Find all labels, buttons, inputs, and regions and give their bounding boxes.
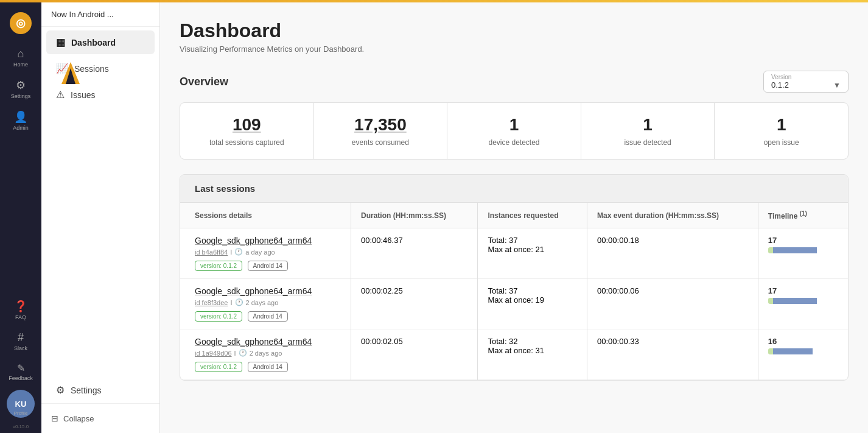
sidebar-bottom: ⊟ Collapse: [41, 403, 159, 433]
table-row: Google_sdk_gphone64_arm64 id fe8f3dee I …: [180, 279, 848, 329]
session-duration: 00:00:02.25: [351, 279, 477, 329]
stat-issues-number: 1: [596, 115, 700, 135]
session-timeline: 16: [758, 329, 848, 380]
top-bar: [0, 0, 868, 2]
profile-avatar-initials: KU: [15, 400, 27, 409]
sessions-table: Sessions details Duration (HH:mm:ss.SS) …: [180, 203, 848, 380]
sidebar-item-settings[interactable]: ⚙ Settings: [46, 378, 155, 402]
slack-label: Slack: [14, 345, 27, 351]
session-time: 2 days ago: [250, 350, 282, 357]
clock-icon: 🕐: [235, 298, 243, 306]
logo-icon: ◎: [16, 16, 26, 30]
session-duration: 00:00:46.37: [351, 228, 477, 279]
sidebar-issues-label: Issues: [71, 90, 95, 100]
session-time: a day ago: [245, 248, 275, 256]
col-timeline: Timeline (1): [758, 203, 848, 228]
faq-icon: ❓: [14, 300, 27, 313]
session-instances: Total: 32 Max at once: 31: [478, 329, 587, 380]
session-name[interactable]: Google_sdk_gphone64_arm64: [195, 286, 341, 296]
stat-events-label: events consumed: [329, 138, 433, 147]
page-title: Dashboard: [180, 19, 849, 42]
session-id[interactable]: id b4a6ff84: [195, 248, 228, 256]
home-label: Home: [13, 62, 28, 68]
settings-icon: ⚙: [16, 79, 26, 92]
stat-open-label: open issue: [729, 138, 833, 147]
dashboard-icon: ▦: [56, 37, 65, 48]
stat-devices-number: 1: [462, 115, 566, 135]
admin-label: Admin: [13, 125, 29, 131]
sessions-section-header: Last sessions: [180, 175, 848, 203]
collapse-button[interactable]: ⊟ Collapse: [46, 409, 155, 428]
stat-devices: 1 device detected: [447, 103, 581, 159]
stat-open-issues: 1 open issue: [715, 103, 848, 159]
arrow-indicator: [58, 62, 83, 86]
slack-icon: #: [18, 331, 24, 344]
home-icon: ⌂: [18, 48, 24, 60]
stat-open-number: 1: [729, 115, 833, 135]
session-meta: id fe8f3dee I 🕐 2 days ago: [195, 298, 341, 306]
session-id[interactable]: id fe8f3dee: [195, 299, 228, 306]
stat-issues-label: issue detected: [596, 138, 700, 147]
session-name[interactable]: Google_sdk_gphone64_arm64: [195, 337, 341, 347]
stat-events-number: 17,350: [329, 115, 433, 135]
version-badge: version: 0.1.2: [195, 362, 242, 372]
nav-item-profile[interactable]: KU Profile: [7, 390, 35, 418]
session-instances: Total: 37 Max at once: 19: [478, 279, 587, 329]
stat-sessions-label: total sessions captured: [195, 138, 299, 147]
sessions-section: Last sessions Sessions details Duration …: [180, 174, 849, 381]
version-label: v0.15.0: [13, 424, 29, 429]
main-content: Dashboard Visualizing Performance Metric…: [160, 2, 868, 433]
android-badge: Android 14: [248, 311, 288, 322]
android-badge: Android 14: [248, 362, 288, 372]
issues-icon: ⚠: [56, 89, 65, 100]
nav-item-settings[interactable]: ⚙ Settings: [4, 74, 38, 104]
col-sessions-details: Sessions details: [180, 203, 351, 228]
version-selector[interactable]: Version 0.1.2 ▼: [763, 71, 849, 93]
logo[interactable]: ◎: [10, 12, 32, 34]
version-selector-label: Version: [771, 74, 841, 80]
stat-issues: 1 issue detected: [581, 103, 715, 159]
session-max-event: 00:00:00.06: [587, 279, 758, 329]
col-duration: Duration (HH:mm:ss.SS): [351, 203, 477, 228]
session-timeline: 17: [758, 228, 848, 279]
col-instances: Instances requested: [478, 203, 587, 228]
page-subtitle: Visualizing Performance Metrics on your …: [180, 44, 849, 54]
col-max-event: Max event duration (HH:mm:ss.SS): [587, 203, 758, 228]
session-id[interactable]: id 1a949d06: [195, 350, 232, 357]
session-instances: Total: 37 Max at once: 21: [478, 228, 587, 279]
nav-item-admin[interactable]: 👤 Admin: [4, 105, 38, 136]
session-meta: id b4a6ff84 I 🕐 a day ago: [195, 248, 341, 256]
nav-item-home[interactable]: ⌂ Home: [4, 43, 38, 72]
sidebar-dashboard-label: Dashboard: [71, 38, 116, 48]
stat-sessions-number: 109: [195, 115, 299, 135]
overview-title: Overview: [180, 76, 228, 88]
session-max-event: 00:00:00.33: [587, 329, 758, 380]
stat-devices-label: device detected: [462, 138, 566, 147]
table-row: Google_sdk_gphone64_arm64 id b4a6ff84 I …: [180, 228, 848, 279]
stat-events: 17,350 events consumed: [314, 103, 448, 159]
version-badge: version: 0.1.2: [195, 311, 242, 322]
version-selector-value: 0.1.2: [771, 80, 789, 90]
sidebar-item-dashboard[interactable]: ▦ Dashboard: [46, 30, 155, 54]
session-timeline: 17: [758, 279, 848, 329]
icon-sidebar: ◎ ⌂ Home ⚙ Settings 👤 Admin ❓ FAQ # Slac…: [0, 2, 41, 433]
faq-label: FAQ: [15, 314, 26, 320]
collapse-icon: ⊟: [51, 414, 58, 423]
collapse-label: Collapse: [63, 414, 94, 423]
nav-item-slack[interactable]: # Slack: [4, 326, 38, 356]
nav-item-feedback[interactable]: ✎ Feedback: [4, 357, 38, 386]
admin-icon: 👤: [14, 110, 27, 124]
version-badge: version: 0.1.2: [195, 261, 242, 271]
feedback-icon: ✎: [17, 362, 25, 374]
session-name[interactable]: Google_sdk_gphone64_arm64: [195, 236, 341, 245]
session-max-event: 00:00:00.18: [587, 228, 758, 279]
stats-row: 109 total sessions captured 17,350 event…: [180, 102, 849, 160]
profile-label: Profile: [14, 410, 28, 416]
session-duration: 00:00:02.05: [351, 329, 477, 380]
clock-icon: 🕐: [239, 349, 247, 357]
nav-item-faq[interactable]: ❓ FAQ: [4, 295, 38, 325]
settings-sidebar-icon: ⚙: [56, 384, 65, 396]
settings-label: Settings: [11, 93, 31, 99]
feedback-label: Feedback: [9, 375, 33, 381]
android-badge: Android 14: [248, 261, 288, 271]
